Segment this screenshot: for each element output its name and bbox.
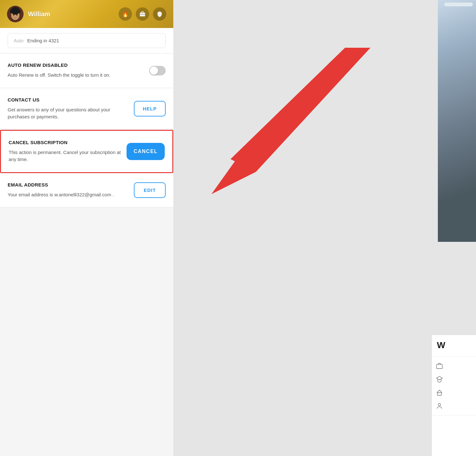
cancel-subscription-description: This action is permanent. Cancel your su… [9,149,121,163]
briefcase-icon-button[interactable] [136,7,149,21]
person-nav-icon[interactable] [436,402,443,410]
shield-icon-button[interactable] [153,7,166,21]
background-image [438,0,476,242]
graduation-cap-nav-icon[interactable] [436,375,443,383]
svg-point-8 [13,14,14,16]
email-address-section: EMAIL ADDRESS Your email address is w.an… [0,173,173,208]
cancel-subscription-section: CANCEL SUBSCRIPTION This action is perma… [0,130,173,173]
header-username: William [28,11,114,18]
profile-header: William 🔥 [0,0,173,28]
svg-point-9 [16,14,17,16]
svg-rect-17 [438,393,442,395]
auto-renew-section: AUTO RENEW DISABLED Auto Renew is off. S… [0,53,173,88]
left-panel: William 🔥 Auto Ending in 4321 [0,0,173,456]
bottom-w-initial: W [436,340,472,350]
svg-point-7 [14,8,17,10]
payment-prefix: Auto [14,38,24,43]
payment-card-section: Auto Ending in 4321 [0,28,173,53]
svg-rect-10 [140,13,145,17]
svg-marker-13 [231,48,370,172]
bottom-right-panel: W [431,335,476,456]
panel-body: Auto Ending in 4321 AUTO RENEW DISABLED … [0,28,173,456]
contact-us-description: Get answers to any of your questions abo… [8,106,129,121]
email-description: Your email address is w.antonelli322@gma… [8,191,129,199]
contact-us-title: CONTACT US [8,97,129,102]
divider-2 [432,416,476,416]
auto-renew-toggle[interactable] [149,66,166,75]
phone-preview-bar [444,3,473,6]
header-icons: 🔥 [119,7,166,21]
home-nav-icon[interactable] [436,389,443,396]
edit-button[interactable]: EDIT [134,182,166,198]
svg-rect-15 [437,364,442,368]
right-panel: W [173,0,476,456]
cancel-subscription-title: CANCEL SUBSCRIPTION [9,140,121,145]
divider-1 [432,356,476,356]
help-button[interactable]: HELP [134,101,166,116]
arrow-annotation [192,38,390,204]
auto-renew-description: Auto Renew is off. Switch the toggle to … [8,72,144,79]
cancel-button[interactable]: CANCEL [127,143,165,160]
avatar [7,6,24,22]
email-title: EMAIL ADDRESS [8,182,129,187]
svg-point-18 [438,403,440,406]
briefcase-nav-icon[interactable] [436,362,443,370]
contact-us-section: CONTACT US Get answers to any of your qu… [0,88,173,130]
flame-icon-button[interactable]: 🔥 [119,7,132,21]
payment-ending: Ending in 4321 [27,38,59,43]
auto-renew-title: AUTO RENEW DISABLED [8,62,144,68]
svg-marker-14 [211,150,256,194]
payment-card-display: Auto Ending in 4321 [8,33,166,48]
